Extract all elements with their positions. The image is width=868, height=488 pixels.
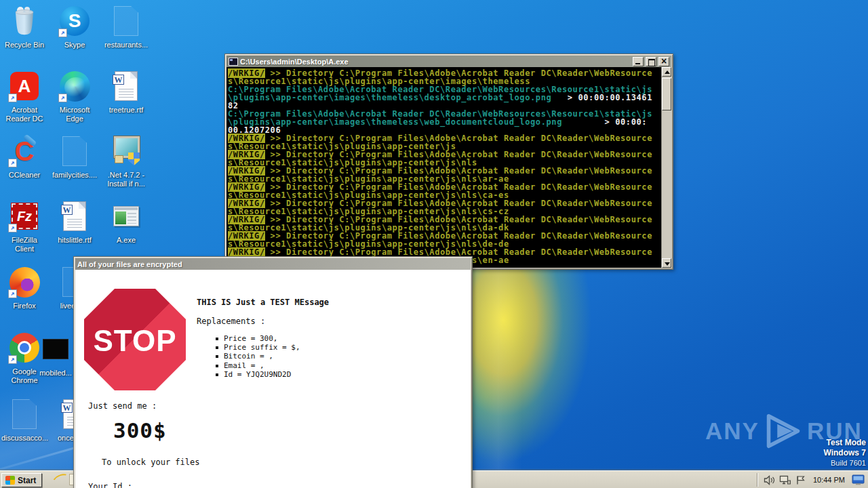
desktop-icon-label: discussacco...: [1, 434, 47, 443]
desktop-icon-hitslittle[interactable]: Whitslittle.rtf: [52, 201, 98, 245]
ransom-dialog[interactable]: All of your files are encrypted STOP THI…: [73, 256, 473, 488]
tray-clock[interactable]: 10:44 PM: [810, 476, 848, 484]
desktop-icon-treetrue[interactable]: Wtreetrue.rtf: [103, 70, 149, 115]
console-scrollbar[interactable]: [661, 67, 671, 268]
desktop-icon-label: Firefox: [1, 302, 47, 310]
file-icon: [12, 399, 37, 429]
shortcut-arrow-icon: [8, 224, 17, 232]
ransom-dialog-body: STOP THIS IS Just a TEST MEssage Replace…: [75, 270, 471, 488]
icon-art: W: [110, 70, 142, 102]
desktop-icon-label: Acrobat Reader DC: [1, 106, 47, 123]
desktop-icon-label: FileZilla Client: [1, 236, 47, 253]
desktop-icon-label: CCleaner: [1, 171, 47, 180]
file-icon: [114, 6, 138, 36]
desktop-icon-label: Skype: [52, 41, 98, 49]
windows-flag-icon: [5, 476, 15, 485]
icon-art: [8, 5, 41, 37]
application-icon: [113, 206, 139, 226]
replacements-label: Replacements :: [197, 317, 265, 326]
shortcut-arrow-icon: [58, 28, 67, 37]
desktop-icon-label: treetrue.rtf: [103, 106, 149, 115]
desktop-icon-skype[interactable]: SSkype: [52, 5, 98, 49]
desktop-icon-label: hitslittle.rtf: [52, 236, 98, 245]
icon-art: [110, 136, 142, 167]
desktop-icon-familycities[interactable]: familycities....: [52, 136, 98, 180]
minimize-button[interactable]: [633, 57, 644, 66]
replacement-item: Price = 300,: [216, 334, 300, 343]
internet-explorer-icon[interactable]: [53, 472, 68, 487]
stop-sign-text: STOP: [93, 324, 176, 358]
send-label: Just send me :: [88, 401, 157, 411]
replacement-item: Id = YJQ2U9ND2D: [216, 370, 300, 379]
icon-art: [39, 333, 72, 365]
icon-art: [58, 136, 91, 167]
shortcut-arrow-icon: [58, 94, 67, 102]
media-thumbnail-icon: [43, 339, 68, 359]
console-line: \plugins\app-center\images\themeless\des…: [228, 94, 661, 102]
unlock-label: To unlock your files: [102, 458, 200, 467]
recycle-bin-icon: [11, 6, 38, 36]
desktop-icon-label: A.exe: [103, 236, 149, 245]
start-button[interactable]: Start: [1, 473, 42, 487]
desktop-icon-dotnet[interactable]: .Net 4.7.2 - Install if n...: [103, 136, 149, 188]
console-body: /WRKIG/ >> Directory C:\Program Files\Ad…: [226, 67, 671, 268]
icon-art: W: [58, 201, 91, 232]
icon-art: [8, 399, 41, 430]
shortcut-arrow-icon: [8, 159, 17, 167]
icon-art: [8, 266, 41, 298]
desktop-icon-label: .Net 4.7.2 - Install if n...: [103, 171, 149, 188]
close-button[interactable]: [658, 57, 669, 66]
desktop-icon-restaurants[interactable]: restaurants...: [103, 5, 149, 49]
desktop-icon-recycle-bin[interactable]: Recycle Bin: [1, 5, 47, 49]
console-title: C:\Users\admin\Desktop\A.exe: [240, 58, 631, 66]
display-monitor-icon[interactable]: [852, 474, 865, 485]
desktop-icon-ccleaner[interactable]: CCCleaner: [1, 136, 47, 180]
desktop-icon-label: familycities....: [52, 171, 98, 180]
console-window[interactable]: C:\Users\admin\Desktop\A.exe /WRKIG/ >> …: [224, 54, 673, 270]
icon-art: A: [8, 70, 41, 102]
scrollbar-thumb[interactable]: [662, 78, 671, 110]
shortcut-arrow-icon: [8, 94, 17, 102]
word-document-icon: W: [63, 201, 86, 231]
console-output: /WRKIG/ >> Directory C:\Program Files\Ad…: [226, 67, 661, 268]
ransom-dialog-title: All of your files are encrypted: [77, 260, 469, 268]
ransom-amount: 300$: [113, 418, 167, 443]
desktop-icon-discussacco[interactable]: discussacco...: [1, 399, 47, 443]
icon-art: [110, 5, 142, 37]
scrollbar-track[interactable]: [662, 77, 671, 258]
console-titlebar[interactable]: C:\Users\admin\Desktop\A.exe: [226, 56, 671, 67]
ccleaner-icon: C: [15, 136, 35, 166]
replacement-item: Price suffix = $,: [216, 343, 300, 352]
ransom-dialog-titlebar[interactable]: All of your files are encrypted: [75, 258, 471, 270]
desktop-icon-filezilla[interactable]: FzFileZilla Client: [1, 201, 47, 253]
test-message-heading: THIS IS Just a TEST MEssage: [197, 298, 329, 307]
desktop-icon-label: restaurants...: [103, 41, 149, 49]
dotnet-installer-icon: [111, 136, 142, 167]
desktop-icon-acrobat[interactable]: AAcrobat Reader DC: [1, 70, 47, 123]
console-app-icon: [229, 58, 238, 66]
file-icon: [62, 136, 87, 166]
replacement-item: Bitcoin = ,: [216, 352, 300, 361]
icon-art: [110, 201, 142, 232]
shortcut-arrow-icon: [8, 355, 17, 364]
icon-art: [58, 70, 91, 102]
desktop-icon-firefox[interactable]: Firefox: [1, 266, 47, 310]
network-icon[interactable]: [779, 475, 791, 485]
action-center-flag-icon[interactable]: [795, 475, 806, 485]
volume-icon[interactable]: [764, 475, 775, 485]
desktop-icon-label: Recycle Bin: [1, 41, 47, 49]
scroll-up-button[interactable]: [662, 67, 671, 77]
desktop-icon-mobiled[interactable]: mobiled...: [33, 333, 79, 378]
shortcut-arrow-icon: [8, 289, 17, 298]
word-document-icon: W: [115, 71, 138, 101]
maximize-button[interactable]: [646, 57, 656, 66]
system-tray: 10:44 PM: [753, 471, 868, 488]
desktop-icon-label: Microsoft Edge: [52, 106, 98, 123]
scroll-down-button[interactable]: [662, 258, 671, 268]
desktop-icon-a-exe[interactable]: A.exe: [103, 201, 149, 245]
start-button-label: Start: [18, 476, 36, 485]
stop-sign-icon: STOP: [84, 289, 186, 390]
tray-divider: [757, 473, 758, 487]
replacement-item: Email = ,: [216, 361, 300, 370]
desktop-icon-edge[interactable]: Microsoft Edge: [52, 70, 98, 123]
